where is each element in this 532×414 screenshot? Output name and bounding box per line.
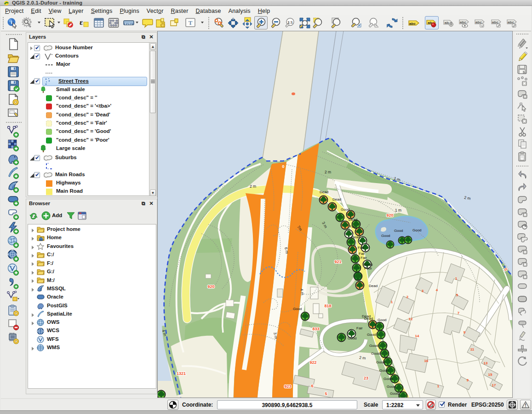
svg-text:Dead: Dead (332, 197, 341, 201)
svg-text:Dead: Dead (320, 190, 328, 194)
svg-text:1: 1 (437, 384, 440, 388)
svg-text:Dead: Dead (349, 218, 357, 222)
svg-text:12: 12 (409, 317, 413, 321)
svg-text:5: 5 (325, 391, 327, 396)
svg-text:9: 9 (467, 378, 469, 382)
svg-text:833: 833 (312, 327, 319, 331)
svg-text:23: 23 (364, 376, 368, 380)
svg-text:Fair: Fair (358, 246, 364, 250)
svg-text:Fair: Fair (360, 256, 367, 260)
svg-text:i: i (11, 19, 12, 25)
svg-text:Good: Good (348, 336, 357, 340)
svg-text:923: 923 (284, 384, 291, 389)
svg-text:Good: Good (376, 360, 385, 364)
svg-text:Fair: Fair (349, 224, 356, 229)
svg-text:3: 3 (422, 289, 424, 293)
svg-text:1:1: 1:1 (287, 20, 293, 24)
svg-text:1321: 1321 (177, 371, 186, 376)
svg-text:Good: Good (293, 307, 302, 311)
svg-text:16: 16 (424, 359, 429, 363)
svg-text:920: 920 (386, 213, 393, 218)
svg-text:1: 1 (455, 276, 458, 281)
svg-text:1 m: 1 m (395, 208, 401, 213)
svg-text:13: 13 (484, 361, 488, 365)
svg-text:Dead: Dead (362, 314, 371, 318)
svg-text:abc: abc (409, 22, 416, 26)
svg-text:2 m: 2 m (359, 355, 366, 360)
svg-text:2: 2 (406, 295, 409, 299)
svg-text:Good: Good (369, 344, 378, 348)
svg-text:Good: Good (367, 333, 376, 337)
svg-text:Good: Good (390, 391, 399, 396)
svg-text:ε: ε (80, 18, 83, 27)
svg-text:Good: Good (381, 234, 390, 238)
svg-text:11: 11 (470, 347, 475, 351)
svg-text:14: 14 (415, 334, 419, 338)
svg-text:Fair: Fair (359, 252, 365, 256)
svg-text:Dead: Dead (351, 235, 360, 239)
svg-text:4: 4 (436, 288, 438, 292)
svg-text:T: T (189, 19, 193, 26)
svg-text:818: 818 (324, 304, 331, 308)
svg-text:921: 921 (334, 259, 341, 264)
svg-text:ab: ab (445, 21, 449, 25)
svg-text:15: 15 (488, 373, 492, 377)
svg-text:Good: Good (378, 318, 387, 322)
svg-text:Good: Good (341, 207, 350, 212)
svg-text:Good: Good (387, 385, 396, 389)
svg-text:Good: Good (394, 229, 403, 233)
svg-text:2 m: 2 m (325, 170, 331, 174)
svg-text:920: 920 (207, 284, 214, 289)
svg-text:17: 17 (492, 383, 496, 387)
svg-text:5: 5 (456, 293, 458, 297)
svg-text:Dead: Dead (369, 284, 378, 288)
svg-text:922: 922 (309, 360, 316, 365)
svg-text:Good: Good (383, 377, 393, 381)
svg-text:2 m: 2 m (250, 184, 256, 189)
svg-text:Fair: Fair (356, 326, 363, 330)
svg-text:Good: Good (412, 228, 422, 232)
svg-text:!: ! (525, 403, 526, 408)
svg-text:0: 0 (282, 164, 284, 169)
svg-text:9: 9 (463, 330, 466, 334)
svg-text:abc: abc (460, 20, 466, 24)
svg-text:Good: Good (371, 351, 380, 356)
svg-text:Good: Good (379, 368, 389, 373)
svg-text:7: 7 (458, 311, 460, 315)
svg-text:6: 6 (311, 384, 313, 388)
svg-text:Poor: Poor (364, 266, 372, 270)
svg-text:1: 1 (391, 300, 393, 304)
